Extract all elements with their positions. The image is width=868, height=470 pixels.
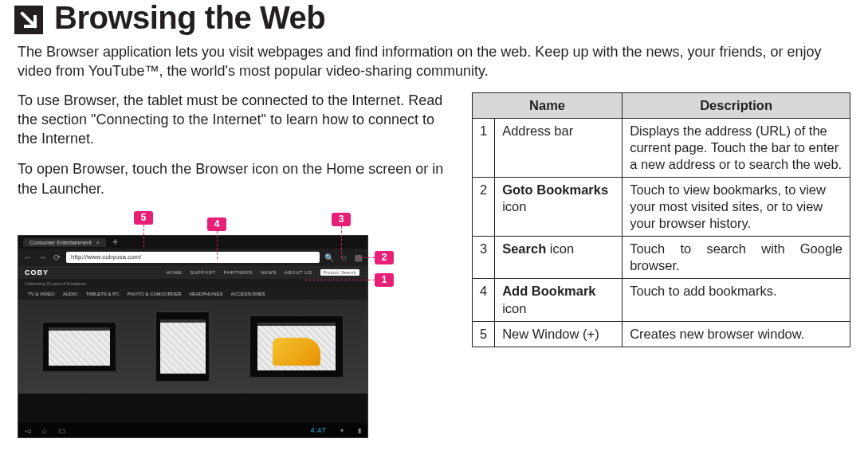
- new-window-plus: +: [109, 237, 121, 248]
- nav-home-icon: ⌂: [42, 426, 47, 435]
- browser-tab: Consumer Entertainment×: [23, 238, 106, 247]
- callout-5: 5: [134, 211, 153, 225]
- table-row: 2 Goto Bookmarks icon Touch to view book…: [473, 177, 850, 236]
- col-header-desc: Description: [623, 92, 850, 118]
- callout-2: 2: [375, 251, 394, 264]
- site-categories: TV & VIDEO AUDIO TABLETS & PC PHOTO & CA…: [18, 288, 367, 300]
- address-bar: http://www.cobyusa.com/: [66, 252, 320, 263]
- site-banner: [18, 300, 367, 394]
- bookmark-star-icon: ☆: [339, 253, 348, 262]
- col-header-name: Name: [473, 92, 623, 118]
- description-table: Name Description 1 Address bar Displays …: [472, 92, 850, 347]
- forward-icon: →: [37, 253, 47, 262]
- table-row: 4 Add Bookmark icon Touch to add bookmar…: [473, 279, 850, 321]
- browser-screenshot: 5 4 3 2 1 Consumer Entertainment× + ← → …: [18, 211, 368, 442]
- callout-4: 4: [207, 217, 226, 231]
- left-para-1: To use Browser, the tablet must be conne…: [18, 91, 448, 149]
- left-para-2: To open Browser, touch the Browser icon …: [18, 159, 448, 198]
- site-logo: COBY: [25, 268, 49, 276]
- table-row: 1 Address bar Displays the address (URL)…: [473, 118, 850, 177]
- table-row: 3 Search icon Touch to search with Googl…: [473, 237, 850, 279]
- page-title: Browsing the Web: [54, 0, 325, 36]
- table-row: 5 New Window (+) Creates new browser win…: [473, 321, 850, 347]
- intro-text: The Browser application lets you visit w…: [0, 36, 845, 81]
- back-icon: ←: [23, 253, 33, 262]
- arrow-down-right-icon: [14, 6, 43, 34]
- wifi-icon: ▾: [340, 427, 344, 434]
- nav-back-icon: ◅: [25, 426, 31, 435]
- product-search-box: Product Search: [320, 269, 359, 276]
- callout-1: 1: [375, 273, 394, 287]
- search-icon: 🔍: [324, 253, 334, 262]
- callout-3: 3: [332, 213, 351, 226]
- nav-recent-icon: ▭: [58, 426, 65, 435]
- system-bar: ◅ ⌂ ▭ 4:47 ▾ ▮: [18, 423, 367, 437]
- battery-icon: ▮: [358, 427, 361, 434]
- system-clock: 4:47: [310, 426, 326, 434]
- reload-icon: ⟳: [52, 253, 61, 263]
